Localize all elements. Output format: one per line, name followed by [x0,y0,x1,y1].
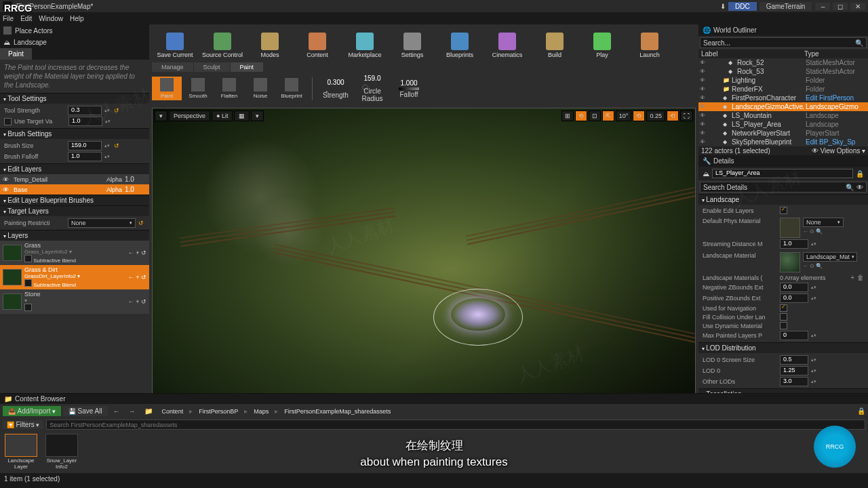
breadcrumb[interactable]: Content [158,407,188,416]
target-layer-row[interactable]: GrassGrass_LayerInfo2 ▾ Subtractive Blen… [0,241,149,265]
viewport-button[interactable]: 0.25 [646,110,665,121]
lod0-input[interactable]: 1.25 [780,366,808,375]
lock-icon[interactable]: 🔒 [857,407,865,415]
ddc-button[interactable]: DDC [728,2,757,11]
array-add-icon[interactable]: + [850,274,854,281]
visibility-icon[interactable]: 👁 [700,121,708,127]
visibility-icon[interactable]: 👁 [700,68,708,75]
layer-actions[interactable]: ← + ↺ [128,298,146,305]
minimize-button[interactable]: – [815,3,830,10]
layer-alpha-input[interactable]: 1.0 [125,176,146,183]
content-search[interactable] [46,420,865,430]
game-terrain-button[interactable]: GameTerrain [760,2,812,11]
outliner-row[interactable]: 👁◆LS_MountainLandscape [698,111,868,120]
viewport-button[interactable]: ⇱ [602,110,614,121]
breadcrumb[interactable]: FirstPersonBP [195,407,242,416]
menu-edit[interactable]: Edit [20,15,32,22]
toolbar-build[interactable]: Build [532,27,578,60]
outliner-row[interactable]: 👁◆Rock_53StaticMeshActor [698,67,868,76]
save-all-button[interactable]: 💾 Save All [63,406,108,416]
max-painted-input[interactable]: 0 [780,331,808,340]
outliner-row[interactable]: 👁◆Rock_52StaticMeshActor [698,58,868,67]
viewport-button[interactable]: ⟲ [633,110,645,121]
phys-material-thumb[interactable] [780,218,800,238]
viewport-button[interactable]: ⟲ [667,110,679,121]
toolbar-save-current[interactable]: Save Current [152,27,198,60]
viewport-button[interactable]: ▦ [234,110,250,121]
paint-tool-smooth[interactable]: Smooth [183,77,213,100]
close-button[interactable]: ✕ [850,3,865,10]
layer-alpha-input[interactable]: 1.0 [125,186,146,193]
outliner-row[interactable]: 👁◆NetworkPlayerStartPlayerStart [698,129,868,138]
section-tool-settings[interactable]: Tool Settings [0,93,149,104]
toolbar-cinematics[interactable]: Cinematics [484,27,530,60]
paint-tool-paint[interactable]: Paint [152,77,182,100]
subtractive-checkbox[interactable] [24,279,32,287]
phys-material-dropdown[interactable]: None [803,218,844,227]
array-clear-icon[interactable]: 🗑 [857,274,864,281]
use-dynamic-mat-checkbox[interactable] [780,322,787,329]
visibility-icon[interactable]: 👁 [700,60,708,66]
pos-zbounds-input[interactable]: 0.0 [780,293,808,303]
neg-zbounds-input[interactable]: 0.0 [780,283,808,292]
reset-icon[interactable]: ↺ [114,142,121,149]
section-landscape[interactable]: Landscape [698,194,868,205]
details-search[interactable]: Search Details🔍 👁 [700,182,867,192]
reset-icon[interactable]: ↺ [114,107,121,114]
breadcrumb[interactable]: Maps [250,407,273,416]
viewport[interactable]: ▾Perspective● Lit▦▾ ⊞⟲⊡⇱10°⟲0.25⟲⛶ [152,108,696,401]
visibility-icon[interactable]: 👁 [700,104,708,110]
visibility-icon[interactable]: 👁 [700,139,708,145]
breadcrumb[interactable]: FirstPersonExampleMap_sharedassets [280,407,395,416]
subtab-paint[interactable]: Paint [231,62,264,72]
viewport-button[interactable]: ▾ [155,110,167,121]
section-lod[interactable]: LOD Distribution [698,342,868,353]
subtractive-checkbox[interactable] [24,255,32,262]
landscape-material-thumb[interactable] [780,252,800,272]
target-layer-row[interactable]: Stone ▾ ← + ↺ [0,289,149,314]
source-control-icon[interactable]: ⬇ [720,3,726,10]
nav-back-button[interactable]: ← [110,406,123,416]
visibility-icon[interactable]: 👁 [700,113,708,119]
place-actors-tab[interactable]: Place Actors [0,24,149,37]
asset-tile[interactable]: Snow_Layer Info2 [43,434,80,470]
subtab-sculpt[interactable]: Sculpt [194,62,230,72]
section-blueprint-brushes[interactable]: Edit Layer Blueprint Brushes [0,195,149,205]
section-edit-layers[interactable]: Edit Layers [0,163,149,174]
target-layer-row[interactable]: Grass & DirtGrassDirt_LayerInfo2 ▾ Subtr… [0,265,149,289]
filters-button[interactable]: 🔽 Filters ▾ [3,420,43,429]
outliner-row[interactable]: 👁📁LightingFolder [698,76,868,85]
toolbar-modes[interactable]: Modes [247,27,293,60]
subtab-manage[interactable]: Manage [152,62,193,72]
subtractive-checkbox[interactable] [24,304,32,311]
asset-browse-icons[interactable]: ← ⊙ 🔍 [803,263,857,269]
lock-icon[interactable]: 🔒 [856,170,864,178]
paint-tab[interactable]: Paint [0,48,32,60]
details-tab[interactable]: 🔧 Details [698,155,868,167]
outliner-search[interactable]: Search...🔍 [700,37,867,48]
outliner-row[interactable]: 👁◆LandscapeGizmoActiveActorLandscapeGizm… [698,102,868,111]
toolbar-settings[interactable]: Settings [389,27,435,60]
visibility-icon[interactable]: 👁 [3,176,11,183]
streaming-distance-input[interactable]: 1.0 [780,239,808,249]
toolbar-content[interactable]: Content [294,27,340,60]
brush-size-input[interactable]: 159.0 [68,141,102,150]
paint-falloff-spinner[interactable]: 1.000Falloff [391,79,427,98]
toolbar-play[interactable]: Play [579,27,625,60]
edit-layer-row[interactable]: 👁 Base Alpha 1.0 [0,184,149,195]
folder-icon[interactable]: 📁 [141,406,156,416]
visibility-icon[interactable]: 👁 [700,77,708,83]
paint-strength-spinner[interactable]: 0.300Strength [318,79,353,99]
brush-falloff-input[interactable]: 1.0 [68,152,102,161]
menu-file[interactable]: File [3,15,14,22]
edit-layer-row[interactable]: 👁 Temp_Detail Alpha 1.0 [0,174,149,184]
lod0-screen-input[interactable]: 0.5 [780,355,808,365]
viewport-button[interactable]: ▾ [251,110,264,121]
paint-tool-noise[interactable]: Noise [245,77,275,100]
visibility-icon[interactable]: 👁 [3,186,11,193]
add-import-button[interactable]: 📥 Add/Import ▾ [3,406,61,416]
filter-icon[interactable]: 👁 [856,184,863,191]
visibility-icon[interactable]: 👁 [700,130,708,136]
viewport-button[interactable]: ⟲ [575,110,587,121]
enable-edit-layers-checkbox[interactable] [780,207,787,214]
